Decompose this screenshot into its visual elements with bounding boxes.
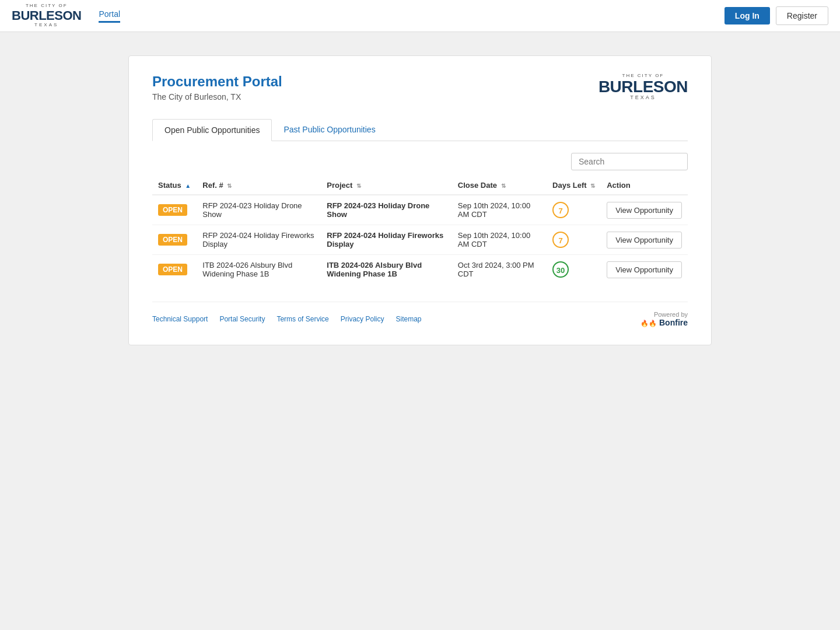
tab-open-opportunities[interactable]: Open Public Opportunities <box>152 119 272 141</box>
portal-title-area: Procurement Portal The City of Burleson,… <box>152 74 282 102</box>
view-opportunity-button[interactable]: View Opportunity <box>607 232 682 249</box>
cell-daysleft-1: 7 <box>547 225 601 255</box>
view-opportunity-button[interactable]: View Opportunity <box>607 261 682 278</box>
logo-main-text: BURLESON <box>12 9 81 23</box>
status-sort-icon[interactable]: ▲ <box>185 183 191 189</box>
footer-link-2[interactable]: Terms of Service <box>276 315 328 323</box>
col-action: Action <box>601 176 688 195</box>
days-badge: 7 <box>552 202 569 218</box>
cell-ref-2: ITB 2024-026 Alsbury Blvd Widening Phase… <box>197 255 321 285</box>
cell-status-0: OPEN <box>152 195 197 225</box>
cell-closedate-0: Sep 10th 2024, 10:00 AM CDT <box>452 195 547 225</box>
col-project: Project ⇅ <box>321 176 452 195</box>
login-button[interactable]: Log In <box>724 7 770 24</box>
portal-header: Procurement Portal The City of Burleson,… <box>152 74 688 102</box>
cell-status-1: OPEN <box>152 225 197 255</box>
status-badge: OPEN <box>158 264 187 275</box>
cell-ref-1: RFP 2024-024 Holiday Fireworks Display <box>197 225 321 255</box>
footer-link-0[interactable]: Technical Support <box>152 315 208 323</box>
search-bar <box>152 153 688 170</box>
large-logo-main: BURLESON <box>598 79 688 95</box>
site-logo: THE CITY OF BURLESON TEXAS <box>12 4 81 28</box>
nav-left: THE CITY OF BURLESON TEXAS Portal <box>12 4 120 28</box>
table-body: OPEN RFP 2024-023 Holiday Drone Show RFP… <box>152 195 688 284</box>
col-status: Status ▲ <box>152 176 197 195</box>
portal-nav-link[interactable]: Portal <box>99 9 120 23</box>
burleson-logo-large: THE CITY OF BURLESON TEXAS <box>598 74 688 101</box>
portal-footer: Technical SupportPortal SecurityTerms of… <box>152 302 688 327</box>
cell-closedate-1: Sep 10th 2024, 10:00 AM CDT <box>452 225 547 255</box>
footer-link-1[interactable]: Portal Security <box>219 315 265 323</box>
register-button[interactable]: Register <box>776 6 828 25</box>
col-ref: Ref. # ⇅ <box>197 176 321 195</box>
days-badge: 7 <box>552 232 569 248</box>
bonfire-logo: 🔥🔥 Bonfire <box>640 318 688 327</box>
cell-closedate-2: Oct 3rd 2024, 3:00 PM CDT <box>452 255 547 285</box>
days-badge: 30 <box>552 261 569 278</box>
top-navigation: THE CITY OF BURLESON TEXAS Portal Log In… <box>0 0 840 32</box>
footer-links: Technical SupportPortal SecurityTerms of… <box>152 315 422 323</box>
logo-bottom-text: TEXAS <box>34 23 58 28</box>
closedate-sort-icon[interactable]: ⇅ <box>501 183 506 189</box>
cell-action-2: View Opportunity <box>601 255 688 285</box>
col-days-left: Days Left ⇅ <box>547 176 601 195</box>
powered-by-text: Powered by <box>654 311 688 318</box>
cell-ref-0: RFP 2024-023 Holiday Drone Show <box>197 195 321 225</box>
footer-link-3[interactable]: Privacy Policy <box>341 315 384 323</box>
cell-project-0: RFP 2024-023 Holiday Drone Show <box>321 195 452 225</box>
portal-subtitle: The City of Burleson, TX <box>152 92 282 102</box>
cell-project-2: ITB 2024-026 Alsbury Blvd Widening Phase… <box>321 255 452 285</box>
table-row: OPEN ITB 2024-026 Alsbury Blvd Widening … <box>152 255 688 285</box>
col-close-date: Close Date ⇅ <box>452 176 547 195</box>
cell-action-0: View Opportunity <box>601 195 688 225</box>
cell-action-1: View Opportunity <box>601 225 688 255</box>
main-content: Procurement Portal The City of Burleson,… <box>128 55 712 345</box>
cell-daysleft-0: 7 <box>547 195 601 225</box>
table-row: OPEN RFP 2024-023 Holiday Drone Show RFP… <box>152 195 688 225</box>
cell-status-2: OPEN <box>152 255 197 285</box>
status-badge: OPEN <box>158 204 187 216</box>
project-sort-icon[interactable]: ⇅ <box>356 183 361 189</box>
status-badge: OPEN <box>158 234 187 246</box>
large-logo-bottom: TEXAS <box>630 95 656 101</box>
powered-by: Powered by 🔥🔥 Bonfire <box>640 311 688 327</box>
tab-past-opportunities[interactable]: Past Public Opportunities <box>272 119 387 141</box>
portal-title: Procurement Portal <box>152 74 282 90</box>
table-row: OPEN RFP 2024-024 Holiday Fireworks Disp… <box>152 225 688 255</box>
search-input[interactable] <box>571 153 688 170</box>
daysleft-sort-icon[interactable]: ⇅ <box>590 183 595 189</box>
ref-sort-icon[interactable]: ⇅ <box>227 183 232 189</box>
tabs-container: Open Public Opportunities Past Public Op… <box>152 119 688 141</box>
nav-right: Log In Register <box>724 6 828 25</box>
view-opportunity-button[interactable]: View Opportunity <box>607 202 682 219</box>
opportunities-table: Status ▲ Ref. # ⇅ Project ⇅ Close Date ⇅… <box>152 176 688 284</box>
footer-link-4[interactable]: Sitemap <box>396 315 421 323</box>
cell-daysleft-2: 30 <box>547 255 601 285</box>
cell-project-1: RFP 2024-024 Holiday Fireworks Display <box>321 225 452 255</box>
table-header: Status ▲ Ref. # ⇅ Project ⇅ Close Date ⇅… <box>152 176 688 195</box>
